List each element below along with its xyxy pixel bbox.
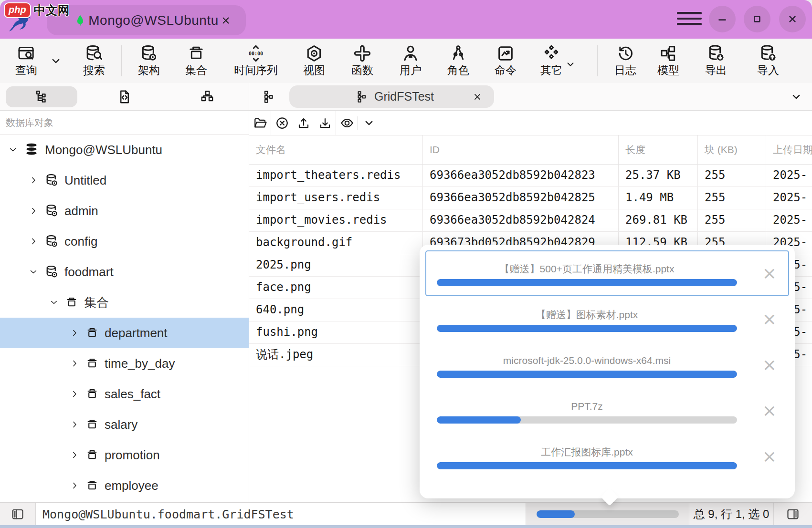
- column-header[interactable]: ID: [423, 135, 619, 164]
- chevron-down-tree-icon: [49, 298, 59, 307]
- site-name: 中文网: [34, 2, 70, 18]
- collapse-chevron-icon[interactable]: [6, 145, 20, 155]
- expand-chevron-icon[interactable]: [26, 176, 41, 185]
- toolbar-button-model[interactable]: 模型: [657, 44, 679, 77]
- table-cell: 2025-: [766, 209, 812, 231]
- toolbar-button-search-db[interactable]: 搜索: [83, 44, 105, 77]
- collapse-chevron-icon[interactable]: [26, 267, 41, 277]
- upload-item-close-button[interactable]: ×: [762, 402, 777, 419]
- tree-item-Untitled[interactable]: Untitled: [0, 165, 249, 196]
- column-header[interactable]: 上传日期: [766, 135, 812, 164]
- tree-item-employee[interactable]: employee: [0, 470, 249, 501]
- more-dropdown-chevron-icon[interactable]: [564, 58, 577, 71]
- gridfs-download-button[interactable]: [314, 116, 336, 130]
- toggle-right-panel-button[interactable]: [773, 503, 812, 526]
- sidebar-tab-code-file[interactable]: [83, 86, 166, 107]
- menu-button[interactable]: [677, 12, 702, 25]
- tab-gridfstest[interactable]: GridFSTest: [289, 85, 494, 108]
- upload-item-close-button[interactable]: ×: [762, 356, 777, 373]
- tree-item-department[interactable]: department: [0, 318, 249, 348]
- upload-item-close-button[interactable]: ×: [762, 448, 777, 465]
- upload-item-close-button[interactable]: ×: [762, 265, 777, 282]
- expand-chevron-icon[interactable]: [26, 206, 41, 216]
- panel-left-icon: [11, 507, 25, 521]
- toolbar-button-export-db[interactable]: 导出: [705, 44, 727, 77]
- gridfs-upload-button[interactable]: [293, 116, 314, 130]
- upload-item-filename: 【赠送】500+页工作通用精美模板.pptx: [437, 263, 737, 275]
- download-icon: [318, 116, 332, 130]
- query-dropdown-button[interactable]: [49, 54, 63, 68]
- toolbar-button-timeseries[interactable]: 00:00时间序列: [234, 44, 278, 77]
- other-icon: [542, 44, 561, 63]
- expand-chevron-icon[interactable]: [67, 359, 82, 368]
- table-cell: 269.81 KB: [619, 209, 698, 231]
- tree-item-label: employee: [105, 478, 158, 493]
- tree-item-config[interactable]: config: [0, 226, 249, 257]
- expand-chevron-icon[interactable]: [26, 237, 41, 246]
- statusbar-progress-fill: [537, 510, 575, 518]
- gridfs-chevron-down-button[interactable]: [358, 116, 380, 130]
- table-cell: 25.37 KB: [619, 165, 698, 186]
- expand-chevron-icon[interactable]: [67, 389, 82, 399]
- gridfs-folder-open-button[interactable]: [249, 116, 271, 130]
- expand-chevron-icon[interactable]: [67, 481, 82, 490]
- connection-tab[interactable]: Mongo@WSLUbuntu: [47, 5, 246, 35]
- column-header[interactable]: 长度: [619, 135, 698, 164]
- upload-item-close-button[interactable]: ×: [762, 311, 777, 328]
- sidebar-tab-diagram[interactable]: [166, 86, 249, 107]
- close-window-button[interactable]: [779, 6, 806, 32]
- server-icon: [24, 142, 39, 157]
- toolbar-button-log[interactable]: 日志: [614, 44, 636, 77]
- toolbar-button-schema[interactable]: 架构: [138, 44, 160, 77]
- tree-item-foodmart[interactable]: foodmart: [0, 257, 249, 287]
- toolbar-button-view[interactable]: 视图: [303, 44, 325, 77]
- connection-tab-close-icon[interactable]: [220, 15, 232, 26]
- gridfs-eye-button[interactable]: [336, 116, 358, 130]
- gridfs-cancel-circle-button[interactable]: [271, 116, 293, 130]
- expand-chevron-icon[interactable]: [67, 328, 82, 338]
- maximize-button[interactable]: [744, 6, 770, 32]
- expand-chevron-icon[interactable]: [67, 450, 82, 460]
- collapse-chevron-icon[interactable]: [47, 298, 61, 307]
- tree-item-promotion[interactable]: promotion: [0, 440, 249, 470]
- close-icon: [472, 92, 483, 102]
- toolbar-button-role[interactable]: 角色: [447, 44, 469, 77]
- toolbar-button-other[interactable]: 其它: [540, 44, 562, 77]
- table-row[interactable]: import_movies.redis69366ea3052db8592b042…: [249, 209, 812, 232]
- tree-item-集合[interactable]: 集合: [0, 287, 249, 318]
- namespace-path: Mongo@WSLUbuntu.foodmart.GridFSTest: [36, 503, 526, 526]
- tree-item-label: salary: [105, 417, 137, 432]
- toolbar-button-query[interactable]: 查询: [15, 44, 37, 77]
- tab-close-icon[interactable]: [472, 92, 483, 102]
- toggle-left-panel-button[interactable]: [0, 503, 36, 526]
- tree-item-Mongo@WSLUbuntu[interactable]: Mongo@WSLUbuntu: [0, 135, 249, 165]
- toolbar-button-function[interactable]: 函数: [351, 44, 373, 77]
- tree-item-sales_fact[interactable]: sales_fact: [0, 379, 249, 409]
- leaf-icon: [74, 14, 87, 27]
- toolbar-button-command[interactable]: 命令: [495, 44, 517, 77]
- upload-progressbar: [437, 416, 737, 424]
- toolbar-button-user[interactable]: 用户: [400, 44, 422, 77]
- tree-item-salary[interactable]: salary: [0, 409, 249, 440]
- sidebar-tab-tree[interactable]: [0, 86, 83, 107]
- column-header[interactable]: 块 (KB): [698, 135, 766, 164]
- toolbar-button-label: 命令: [495, 64, 517, 77]
- upload-item[interactable]: 【赠送】500+页工作通用精美模板.pptx×: [425, 250, 789, 296]
- table-cell: 69366ea3052db8592b042825: [423, 187, 619, 209]
- expand-chevron-icon[interactable]: [67, 420, 82, 429]
- tree-item-time_by_day[interactable]: time_by_day: [0, 348, 249, 379]
- upload-item: PPT.7z×: [425, 388, 789, 434]
- table-row[interactable]: import_users.redis69366ea3052db8592b0428…: [249, 187, 812, 209]
- collection-icon: [85, 387, 99, 401]
- server-icon: [24, 142, 39, 157]
- minimize-button[interactable]: [709, 6, 736, 32]
- tab-list-chevron-icon[interactable]: [789, 90, 803, 104]
- gridfs-nav-icon[interactable]: [262, 90, 276, 104]
- collection-icon: [187, 44, 206, 63]
- toolbar-button-label: 日志: [614, 64, 636, 77]
- table-row[interactable]: import_theaters.redis69366ea3052db8592b0…: [249, 165, 812, 187]
- column-header[interactable]: 文件名: [249, 135, 423, 164]
- tree-item-admin[interactable]: admin: [0, 196, 249, 226]
- toolbar-button-collection[interactable]: 集合: [185, 44, 207, 77]
- toolbar-button-import-db[interactable]: 导入: [757, 44, 779, 77]
